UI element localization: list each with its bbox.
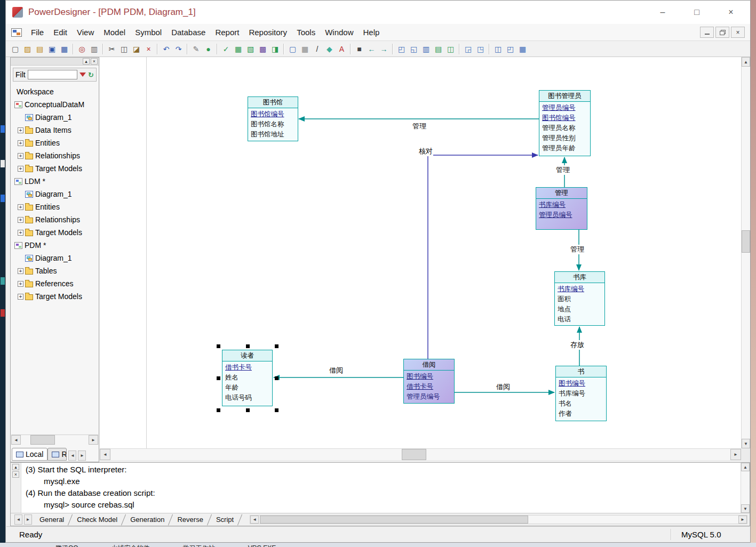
browser-tab-local[interactable]: Local [12, 448, 47, 461]
menu-window[interactable]: Window [320, 28, 358, 37]
tree-expander-icon[interactable]: + [18, 268, 23, 274]
scroll-left-icon[interactable]: ◄ [11, 435, 21, 445]
tab-scroll-left-icon[interactable]: ◄ [68, 451, 76, 461]
panel-close-icon[interactable]: × [12, 471, 19, 478]
diagram-canvas[interactable]: 图书馆图书馆编号图书馆名称图书馆地址图书管理员管理员编号图书馆编号管理员名称管理… [100, 57, 741, 448]
panel-pin-icon[interactable]: ▴ [12, 464, 19, 470]
table-manage[interactable]: 管理书库编号管理员编号 [536, 187, 587, 230]
tree-item-ldm-7[interactable]: LDM * [11, 175, 99, 188]
tree-item-target-models-6[interactable]: +Target Models [11, 162, 99, 175]
cut-icon[interactable]: ✂ [106, 43, 118, 55]
menu-view[interactable]: View [72, 28, 99, 37]
output-tab-generation[interactable]: Generation [126, 514, 173, 525]
table-stack[interactable]: 书库书库编号面积地点电话 [554, 271, 605, 326]
scroll-right-icon[interactable]: ► [730, 449, 741, 460]
output-tab-reverse[interactable]: Reverse [173, 514, 211, 525]
scroll-thumb[interactable] [402, 449, 426, 460]
menu-model[interactable]: Model [99, 28, 130, 37]
properties-icon[interactable]: ✎ [190, 43, 202, 55]
open-model-icon[interactable]: ▨ [21, 43, 34, 55]
tab-scroll-right-icon[interactable]: ► [78, 451, 86, 461]
redo-icon[interactable]: ↷ [172, 43, 185, 55]
scroll-right-icon[interactable]: ► [738, 516, 747, 524]
tree-expander-icon[interactable]: + [18, 230, 23, 236]
tree-expander-icon[interactable]: + [18, 281, 23, 287]
reverse-database-icon[interactable]: ▧ [244, 43, 257, 55]
taskbar[interactable]: 腾讯QQ火绒安全软件学习工作站VRC.EXE [0, 543, 756, 547]
reference-label-5[interactable]: 存放 [570, 340, 585, 350]
table-view-icon[interactable]: ◲ [462, 43, 474, 55]
column-view-icon[interactable]: ◳ [474, 43, 487, 55]
close-button[interactable]: × [714, 1, 748, 24]
find-icon[interactable]: ◎ [76, 43, 88, 55]
output-text[interactable]: (3) Start the SQL interpreter:mysql.exe(… [21, 464, 741, 513]
mdi-restore-button[interactable] [715, 27, 729, 38]
result-list-icon[interactable]: ▥ [420, 43, 432, 55]
tree-item-relationships-5[interactable]: +Relationships [11, 149, 99, 162]
tree-expander-icon[interactable]: + [18, 217, 23, 223]
new-document-icon[interactable]: ▢ [9, 43, 21, 55]
menu-tools[interactable]: Tools [292, 28, 320, 37]
selection-handle[interactable] [275, 344, 278, 348]
reference-label-2[interactable]: 核对 [418, 147, 433, 156]
scroll-down-icon[interactable]: ▼ [741, 504, 750, 513]
paste-icon[interactable]: ◪ [130, 43, 142, 55]
browser-tab-r[interactable]: R [47, 448, 67, 461]
canvas-hscrollbar[interactable]: ◄ ► [100, 448, 741, 460]
menu-repository[interactable]: Repository [244, 28, 292, 37]
tree-expander-icon[interactable]: + [18, 140, 23, 146]
delete-icon[interactable]: × [142, 43, 155, 55]
reference-check[interactable] [428, 155, 538, 359]
refresh-icon[interactable]: ↻ [88, 71, 94, 79]
tree-item-target-models-16[interactable]: +Target Models [11, 290, 99, 303]
tree-item-target-models-11[interactable]: +Target Models [11, 226, 99, 239]
tree-item-pdm-12[interactable]: PDM * [11, 239, 99, 252]
reference-label-1[interactable]: 管理 [412, 122, 427, 131]
print-preview-icon[interactable]: ▥ [88, 43, 100, 55]
menu-edit[interactable]: Edit [49, 28, 72, 37]
scroll-track[interactable] [742, 67, 750, 439]
canvas-vscrollbar[interactable]: ▲ ▼ [741, 57, 750, 448]
reference-label-3[interactable]: 管理 [555, 165, 570, 175]
reference-label-6[interactable]: 借阅 [329, 366, 344, 375]
navigate-back-icon[interactable]: ← [365, 43, 378, 55]
taskbar-item-4[interactable]: VRC.EXE [248, 544, 276, 547]
taskbar-item-3[interactable]: 学习工作站 [183, 544, 215, 547]
table-borrow[interactable]: 借阅图书编号借书卡号管理员编号 [403, 359, 455, 404]
navigate-forward-icon[interactable]: → [378, 43, 390, 55]
selection-handle[interactable] [217, 344, 220, 348]
tree-expander-icon[interactable]: + [18, 166, 23, 172]
undo-icon[interactable]: ↶ [160, 43, 172, 55]
tree-expander-icon[interactable]: + [18, 204, 23, 210]
output-hscrollbar[interactable]: ◄ ► [250, 515, 747, 524]
selection-handle[interactable] [217, 376, 220, 380]
menu-file[interactable]: File [26, 28, 49, 37]
page-icon[interactable]: ▢ [287, 43, 299, 55]
table-book[interactable]: 书图书编号书库编号书名作者 [555, 366, 607, 421]
mdi-close-button[interactable]: × [731, 27, 745, 38]
scroll-down-icon[interactable]: ▼ [742, 439, 750, 448]
show-watch-icon[interactable]: ◱ [408, 43, 420, 55]
output-tab-general[interactable]: General [35, 514, 73, 525]
menu-database[interactable]: Database [166, 28, 210, 37]
menu-help[interactable]: Help [359, 28, 385, 37]
window-tile-icon[interactable]: ◰ [504, 43, 516, 55]
window-maximize-icon[interactable]: ▦ [516, 43, 529, 55]
scroll-track[interactable] [21, 435, 89, 445]
scroll-up-icon[interactable]: ▲ [741, 463, 750, 471]
generate-report-icon[interactable]: ▩ [257, 43, 269, 55]
window-cascade-icon[interactable]: ◫ [492, 43, 504, 55]
output-vscrollbar[interactable]: ▲ ▼ [741, 463, 750, 513]
font-icon[interactable]: A [336, 43, 348, 55]
tree-item-data-items-3[interactable]: +Data Items [11, 124, 99, 136]
save-all-icon[interactable]: ▦ [58, 43, 70, 55]
compare-models-icon[interactable]: ◨ [269, 43, 281, 55]
copy-icon[interactable]: ◫ [118, 43, 130, 55]
mdi-minimize-button[interactable] [700, 27, 714, 38]
tree-item-references-15[interactable]: +References [11, 277, 99, 290]
tab-scroll-left-icon[interactable]: ◄ [14, 514, 22, 525]
browser-hscrollbar[interactable]: ◄ ► [11, 435, 98, 445]
frame-icon[interactable]: ■ [353, 43, 365, 55]
scroll-up-icon[interactable]: ▲ [742, 57, 750, 67]
scroll-track[interactable] [110, 449, 730, 460]
